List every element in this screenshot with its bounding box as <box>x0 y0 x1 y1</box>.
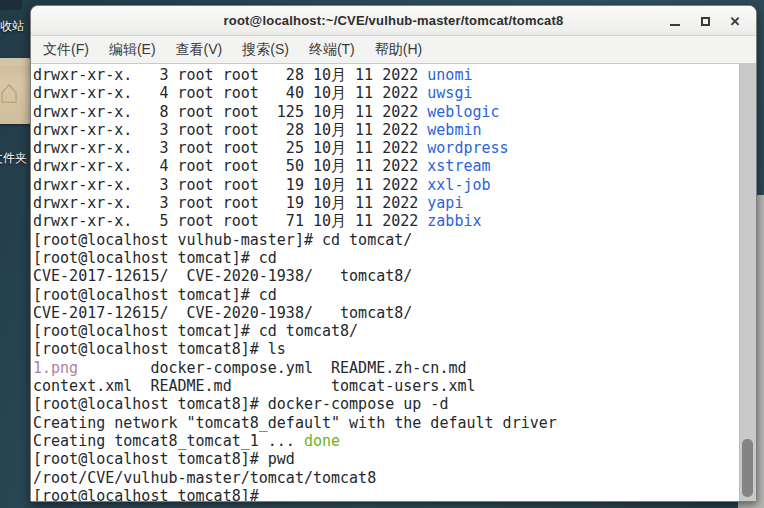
terminal-line: /root/CVE/vulhub-master/tomcat/tomcat8 <box>33 469 736 487</box>
desktop-icon-home-folder[interactable]: ⌂ 文件夹 <box>0 58 32 167</box>
desktop: 收站 ⌂ 文件夹 root@localhost:~/CVE/vulhub-mas… <box>0 0 764 508</box>
menu-item[interactable]: 帮助(H) <box>373 39 424 61</box>
terminal-line: [root@localhost tomcat]# cd <box>33 286 736 304</box>
maximize-button[interactable] <box>690 8 720 34</box>
terminal-screen[interactable]: drwxr-xr-x. 3 root root 28 10月 11 2022 u… <box>31 64 756 501</box>
menu-item[interactable]: 搜索(S) <box>240 39 291 61</box>
terminal-line: drwxr-xr-x. 5 root root 71 10月 11 2022 z… <box>33 212 736 230</box>
terminal-line: drwxr-xr-x. 4 root root 50 10月 11 2022 x… <box>33 157 736 175</box>
close-icon: ✕ <box>730 15 741 28</box>
terminal-line: [root@localhost tomcat8]# <box>33 487 736 501</box>
title-bar[interactable]: root@localhost:~/CVE/vulhub-master/tomca… <box>31 6 756 36</box>
window-title: root@localhost:~/CVE/vulhub-master/tomca… <box>224 13 564 28</box>
scrollbar[interactable] <box>739 64 756 501</box>
terminal-window: root@localhost:~/CVE/vulhub-master/tomca… <box>30 5 757 502</box>
terminal-line: Creating network "tomcat8_default" with … <box>33 414 736 432</box>
terminal-line: CVE-2017-12615/ CVE-2020-1938/ tomcat8/ <box>33 267 736 285</box>
window-controls: ✕ <box>660 6 750 36</box>
terminal-line: [root@localhost tomcat]# cd <box>33 249 736 267</box>
minimize-button[interactable] <box>660 8 690 34</box>
menu-bar: 文件(F)编辑(E)查看(V)搜索(S)终端(T)帮助(H) <box>31 36 756 64</box>
terminal-line: [root@localhost tomcat]# cd tomcat8/ <box>33 322 736 340</box>
terminal-output: drwxr-xr-x. 3 root root 28 10月 11 2022 u… <box>33 66 736 501</box>
terminal-line: drwxr-xr-x. 8 root root 125 10月 11 2022 … <box>33 103 736 121</box>
desktop-icon-recycle-bin[interactable]: 收站 <box>0 0 24 35</box>
home-folder-icon: ⌂ <box>0 58 32 124</box>
terminal-line: [root@localhost tomcat8]# ls <box>33 340 736 358</box>
terminal-line: Creating tomcat8_tomcat_1 ... done <box>33 432 736 450</box>
terminal-line: drwxr-xr-x. 4 root root 40 10月 11 2022 u… <box>33 84 736 102</box>
close-button[interactable]: ✕ <box>720 8 750 34</box>
recycle-bin-label: 收站 <box>0 18 24 35</box>
scrollbar-thumb[interactable] <box>742 439 753 497</box>
terminal-line: drwxr-xr-x. 3 root root 28 10月 11 2022 u… <box>33 66 736 84</box>
terminal-line: 1.png docker-compose.yml README.zh-cn.md <box>33 359 736 377</box>
terminal-line: drwxr-xr-x. 3 root root 19 10月 11 2022 y… <box>33 194 736 212</box>
terminal-line: CVE-2017-12615/ CVE-2020-1938/ tomcat8/ <box>33 304 736 322</box>
terminal-line: [root@localhost vulhub-master]# cd tomca… <box>33 231 736 249</box>
menu-item[interactable]: 查看(V) <box>174 39 225 61</box>
terminal-line: drwxr-xr-x. 3 root root 28 10月 11 2022 w… <box>33 121 736 139</box>
terminal-line: drwxr-xr-x. 3 root root 19 10月 11 2022 x… <box>33 176 736 194</box>
menu-item[interactable]: 终端(T) <box>307 39 357 61</box>
menu-item[interactable]: 编辑(E) <box>107 39 158 61</box>
terminal-line: [root@localhost tomcat8]# pwd <box>33 450 736 468</box>
minimize-icon <box>670 24 680 26</box>
maximize-icon <box>701 17 710 26</box>
home-folder-label: 文件夹 <box>0 150 32 167</box>
menu-item[interactable]: 文件(F) <box>41 39 91 61</box>
terminal-line: [root@localhost tomcat8]# docker-compose… <box>33 395 736 413</box>
trash-icon <box>0 0 22 10</box>
terminal-line: drwxr-xr-x. 3 root root 25 10月 11 2022 w… <box>33 139 736 157</box>
terminal-line: context.xml README.md tomcat-users.xml <box>33 377 736 395</box>
